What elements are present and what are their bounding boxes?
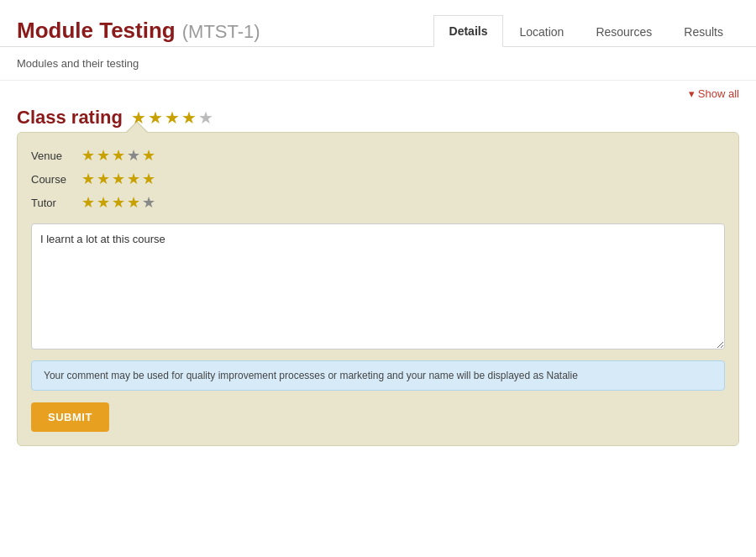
module-code: (MTST-1)	[182, 21, 260, 43]
show-all-label: Show all	[698, 87, 739, 100]
breadcrumb: Modules and their testing	[0, 47, 756, 81]
tab-bar: Details Location Resources Results	[433, 15, 739, 46]
course-star-5: ★	[142, 170, 155, 188]
tutor-label: Tutor	[31, 197, 81, 209]
overall-star-3: ★	[165, 108, 180, 128]
venue-rating-row: Venue ★ ★ ★ ★ ★	[31, 146, 725, 165]
page-header: Module Testing (MTST-1) Details Location…	[0, 0, 756, 47]
venue-star-2: ★	[97, 146, 110, 165]
comment-area: I learnt a lot at this course	[31, 223, 725, 352]
chevron-down-icon: ▾	[689, 87, 695, 100]
course-label: Course	[31, 173, 81, 186]
tutor-star-2: ★	[97, 193, 110, 212]
rating-card: Venue ★ ★ ★ ★ ★ Course ★ ★ ★ ★ ★ Tutor	[17, 132, 739, 446]
tutor-star-4: ★	[127, 193, 140, 212]
info-notice: Your comment may be used for quality imp…	[31, 360, 725, 391]
venue-star-5: ★	[142, 146, 155, 165]
overall-star-2: ★	[148, 108, 163, 128]
course-star-2: ★	[97, 170, 110, 188]
class-rating-header: Class rating ★ ★ ★ ★ ★	[17, 107, 739, 132]
tutor-star-3: ★	[112, 193, 125, 212]
module-title: Module Testing	[17, 18, 176, 44]
course-star-3: ★	[112, 170, 125, 188]
venue-label: Venue	[31, 150, 81, 162]
venue-star-3: ★	[112, 146, 125, 165]
show-all-link[interactable]: ▾ Show all	[689, 87, 739, 100]
overall-star-4: ★	[181, 108, 197, 128]
course-stars: ★ ★ ★ ★ ★	[81, 170, 155, 188]
tab-resources[interactable]: Resources	[580, 16, 668, 47]
tab-results[interactable]: Results	[668, 16, 739, 47]
header-title-area: Module Testing (MTST-1)	[17, 18, 260, 44]
venue-star-1: ★	[81, 146, 95, 165]
comment-textarea[interactable]: I learnt a lot at this course	[31, 223, 725, 349]
venue-star-4: ★	[127, 146, 140, 165]
tutor-star-5: ★	[142, 193, 155, 212]
show-all-bar: ▾ Show all	[0, 81, 756, 107]
main-content: Class rating ★ ★ ★ ★ ★ Venue ★ ★ ★ ★ ★ C…	[0, 107, 756, 463]
submit-button[interactable]: SUBMIT	[31, 402, 109, 432]
tab-location[interactable]: Location	[503, 16, 580, 47]
tutor-stars: ★ ★ ★ ★ ★	[81, 193, 155, 212]
tab-details[interactable]: Details	[433, 15, 504, 47]
course-star-1: ★	[81, 170, 95, 188]
class-rating-title: Class rating	[17, 107, 123, 129]
tutor-star-1: ★	[81, 193, 95, 212]
course-rating-row: Course ★ ★ ★ ★ ★	[31, 170, 725, 188]
venue-stars: ★ ★ ★ ★ ★	[81, 146, 155, 165]
tutor-rating-row: Tutor ★ ★ ★ ★ ★	[31, 193, 725, 212]
course-star-4: ★	[127, 170, 140, 188]
overall-star-5: ★	[198, 108, 213, 128]
